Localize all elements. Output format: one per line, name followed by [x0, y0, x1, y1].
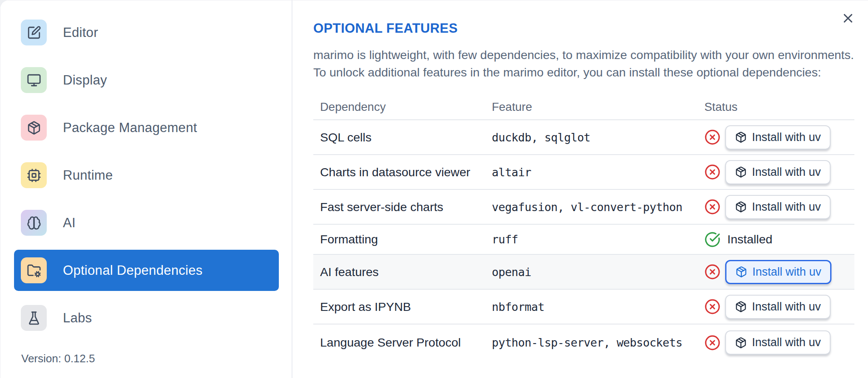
x-icon — [841, 20, 855, 27]
circle-x-icon — [704, 164, 720, 180]
circle-x-icon — [704, 335, 720, 351]
circle-check-icon — [704, 231, 720, 248]
installed-status-label: Installed — [727, 232, 772, 246]
dependency-name: Export as IPYNB — [313, 300, 492, 314]
column-header-status: Status — [704, 100, 854, 114]
cpu-icon — [21, 162, 47, 188]
package-icon — [735, 166, 747, 178]
monitor-icon — [21, 67, 47, 93]
install-button-label: Install with uv — [752, 300, 821, 313]
optional-features-panel: OPTIONAL FEATURES marimo is lightweight,… — [293, 0, 868, 378]
sidebar-item-package-management[interactable]: Package Management — [14, 107, 279, 148]
table-row: Language Server Protocol python-lsp-serv… — [313, 324, 854, 361]
sidebar-item-runtime[interactable]: Runtime — [14, 155, 279, 196]
install-with-uv-button[interactable]: Install with uv — [725, 330, 831, 355]
sidebar-item-label: AI — [63, 215, 76, 231]
table-row: Charts in datasource viewer altair Insta… — [313, 155, 854, 190]
table-row: Formatting ruff Installed — [313, 225, 854, 255]
table-row: Fast server-side charts vegafusion, vl-c… — [313, 190, 854, 225]
sidebar-item-label: Runtime — [63, 168, 113, 183]
package-icon — [735, 131, 747, 143]
install-button-label: Install with uv — [752, 265, 821, 279]
install-with-uv-button[interactable]: Install with uv — [725, 195, 831, 219]
column-header-dependency: Dependency — [313, 100, 492, 114]
feature-packages: duckdb, sqlglot — [492, 131, 704, 144]
dependency-name: Fast server-side charts — [313, 200, 492, 214]
version-label: Version: 0.12.5 — [21, 352, 95, 365]
sidebar-item-label: Package Management — [63, 120, 197, 135]
sidebar-item-label: Editor — [63, 25, 98, 40]
panel-description: marimo is lightweight, with few dependen… — [313, 46, 854, 81]
circle-x-icon — [704, 299, 720, 315]
feature-packages: openai — [492, 265, 704, 279]
feature-packages: ruff — [492, 233, 704, 246]
settings-dialog: Editor Display Package Management Runtim… — [0, 0, 868, 378]
sidebar-item-editor[interactable]: Editor — [14, 12, 279, 53]
install-button-label: Install with uv — [752, 200, 821, 214]
install-button-label: Install with uv — [752, 131, 821, 144]
description-line: To unlock additional features in the mar… — [313, 64, 854, 81]
package-icon — [21, 115, 47, 141]
feature-packages: nbformat — [492, 300, 704, 313]
table-row: AI features openai Install with uv — [313, 255, 854, 290]
folder-cog-icon — [21, 257, 47, 283]
package-icon — [735, 337, 747, 349]
install-button-label: Install with uv — [752, 336, 821, 349]
settings-sidebar: Editor Display Package Management Runtim… — [0, 0, 292, 378]
install-with-uv-button[interactable]: Install with uv — [725, 260, 831, 284]
feature-packages: altair — [492, 166, 704, 179]
feature-packages: python-lsp-server, websockets — [492, 336, 704, 349]
sidebar-item-label: Optional Dependencies — [63, 263, 203, 278]
table-row: Export as IPYNB nbformat Install with uv — [313, 290, 854, 324]
package-icon — [735, 301, 747, 313]
sidebar-item-label: Labs — [63, 310, 92, 326]
install-with-uv-button[interactable]: Install with uv — [725, 295, 831, 319]
dependency-name: AI features — [313, 265, 492, 279]
brain-icon — [21, 210, 47, 236]
circle-x-icon — [704, 199, 720, 215]
dependency-name: Formatting — [313, 232, 492, 246]
install-with-uv-button[interactable]: Install with uv — [725, 160, 831, 184]
page-title: OPTIONAL FEATURES — [313, 21, 854, 36]
install-with-uv-button[interactable]: Install with uv — [725, 125, 831, 150]
table-row: SQL cells duckdb, sqlglot Install with u… — [313, 120, 854, 155]
dependency-name: Charts in datasource viewer — [313, 165, 492, 179]
feature-packages: vegafusion, vl-convert-python — [492, 200, 704, 214]
close-button[interactable] — [840, 11, 856, 27]
dependencies-table: Dependency Feature Status SQL cells duck… — [313, 95, 854, 361]
sidebar-item-optional-dependencies[interactable]: Optional Dependencies — [14, 250, 279, 291]
sidebar-item-display[interactable]: Display — [14, 59, 279, 101]
description-line: marimo is lightweight, with few dependen… — [313, 46, 854, 64]
column-header-feature: Feature — [492, 100, 704, 114]
circle-x-icon — [704, 129, 720, 145]
package-icon — [735, 201, 747, 213]
package-icon — [735, 266, 747, 278]
circle-x-icon — [704, 264, 720, 280]
square-pen-icon — [21, 20, 47, 45]
dependency-name: Language Server Protocol — [313, 336, 492, 350]
sidebar-item-labs[interactable]: Labs — [14, 297, 279, 339]
sidebar-item-ai[interactable]: AI — [14, 202, 279, 243]
sidebar-item-label: Display — [63, 73, 107, 88]
flask-icon — [21, 305, 47, 331]
table-header-row: Dependency Feature Status — [313, 95, 854, 120]
dependency-name: SQL cells — [313, 130, 492, 144]
install-button-label: Install with uv — [752, 166, 821, 179]
